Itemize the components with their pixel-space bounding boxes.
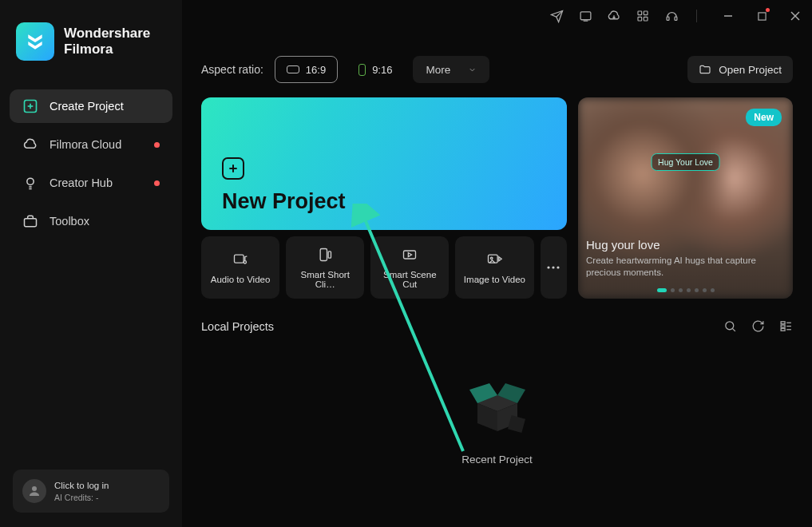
cloud-icon (22, 137, 38, 153)
tool-label: Smart Scene Cut (375, 270, 444, 289)
brand-line1: Wondershare (64, 26, 150, 42)
svg-point-25 (491, 257, 493, 260)
tool-audio-to-video[interactable]: Audio to Video (201, 236, 279, 299)
svg-rect-33 (781, 328, 785, 331)
sidebar-item-toolbox[interactable]: Toolbox (10, 204, 172, 238)
sidebar-item-label: Filmora Cloud (50, 138, 121, 151)
tool-label: Image to Video (464, 275, 525, 284)
send-icon[interactable] (549, 9, 564, 23)
promo-subtitle: Create heartwarming AI hugs that capture… (586, 255, 785, 279)
brand-line2: Filmora (64, 42, 150, 57)
notification-dot-icon (154, 142, 160, 148)
bulb-icon (22, 175, 38, 191)
svg-point-14 (27, 178, 34, 184)
image-video-icon (485, 252, 504, 267)
scene-cut-icon (400, 247, 419, 263)
app-logo: Wondershare Filmora (10, 22, 172, 83)
svg-rect-32 (781, 325, 785, 327)
new-badge: New (746, 109, 782, 126)
empty-box-icon (454, 367, 541, 439)
audio-video-icon (231, 252, 250, 267)
tool-smart-scene-cut[interactable]: Smart Scene Cut (370, 236, 449, 299)
ratio-wide-icon (287, 65, 299, 73)
plus-icon (222, 157, 244, 180)
svg-rect-19 (235, 255, 244, 263)
apps-icon[interactable] (636, 9, 650, 23)
new-project-card[interactable]: New Project (201, 97, 567, 230)
sidebar-item-label: Create Project (50, 100, 124, 113)
svg-rect-22 (328, 251, 331, 257)
cloud-download-icon[interactable] (607, 9, 621, 23)
sidebar-item-label: Toolbox (50, 215, 89, 228)
promo-card[interactable]: New Hug Your Love Hug your love Create h… (578, 97, 793, 299)
aspect-ratio-more[interactable]: More (413, 56, 489, 83)
aspect-ratio-9-16[interactable]: 9:16 (347, 56, 403, 83)
promo-hint: Hug Your Love (651, 153, 720, 171)
svg-point-16 (32, 486, 37, 491)
smart-clips-icon (315, 247, 335, 263)
carousel-dots[interactable] (657, 288, 715, 292)
login-cta: Click to log in (54, 481, 109, 490)
svg-point-29 (726, 322, 734, 330)
minimize-icon[interactable] (723, 10, 734, 22)
ratio-label: 16:9 (306, 64, 326, 76)
svg-rect-2 (644, 11, 648, 15)
login-card[interactable]: Click to log in AI Credits: - (13, 470, 169, 513)
view-toggle-icon[interactable] (779, 319, 793, 333)
tools-more[interactable] (541, 236, 568, 299)
maximize-icon[interactable] (756, 10, 767, 22)
svg-point-26 (548, 266, 550, 268)
login-credits: AI Credits: - (54, 493, 109, 502)
more-dots-icon (547, 266, 560, 269)
toolbox-icon (22, 213, 38, 229)
svg-point-20 (244, 260, 246, 263)
svg-rect-21 (320, 248, 327, 260)
aspect-ratio-label: Aspect ratio: (201, 63, 263, 76)
svg-point-27 (553, 266, 555, 268)
ratio-tall-icon (358, 64, 366, 76)
svg-rect-3 (638, 17, 642, 21)
empty-state: Recent Project (201, 367, 793, 466)
avatar-icon (22, 479, 46, 503)
ratio-label: 9:16 (372, 64, 392, 76)
svg-rect-23 (404, 251, 416, 259)
logo-mark-icon (16, 22, 54, 61)
search-icon[interactable] (723, 319, 737, 333)
tool-image-to-video[interactable]: Image to Video (455, 236, 533, 299)
new-project-title: New Project (222, 189, 546, 214)
open-project-button[interactable]: Open Project (687, 56, 793, 83)
sidebar: Wondershare Filmora Create Project Filmo… (0, 0, 182, 527)
svg-rect-0 (580, 11, 591, 19)
sidebar-item-label: Creator Hub (50, 176, 113, 189)
svg-rect-31 (781, 322, 785, 324)
svg-rect-15 (25, 219, 37, 227)
close-icon[interactable] (790, 10, 801, 22)
svg-line-30 (732, 328, 735, 331)
svg-rect-5 (667, 17, 669, 20)
local-projects-heading: Local Projects (201, 320, 274, 333)
sidebar-item-creator-hub[interactable]: Creator Hub (10, 166, 172, 200)
tool-label: Audio to Video (211, 275, 271, 284)
open-project-label: Open Project (719, 64, 782, 76)
svg-rect-8 (758, 12, 765, 19)
svg-rect-4 (644, 17, 648, 21)
tool-smart-short-clips[interactable]: Smart Short Cli… (286, 236, 364, 299)
sidebar-item-filmora-cloud[interactable]: Filmora Cloud (10, 128, 172, 161)
notification-dot-icon (154, 180, 160, 186)
sidebar-item-create-project[interactable]: Create Project (10, 89, 172, 123)
refresh-icon[interactable] (751, 319, 765, 333)
svg-point-28 (557, 266, 560, 268)
empty-label: Recent Project (461, 454, 533, 466)
promo-title: Hug your love (586, 238, 785, 252)
svg-rect-6 (675, 17, 677, 20)
svg-rect-1 (638, 11, 642, 15)
aspect-ratio-16-9[interactable]: 16:9 (275, 56, 338, 83)
more-label: More (426, 64, 450, 76)
tool-label: Smart Short Cli… (291, 270, 359, 289)
message-icon[interactable] (578, 9, 592, 23)
folder-icon (699, 63, 711, 76)
create-icon (22, 98, 38, 114)
headset-icon[interactable] (664, 9, 679, 23)
chevron-down-icon (468, 65, 477, 74)
